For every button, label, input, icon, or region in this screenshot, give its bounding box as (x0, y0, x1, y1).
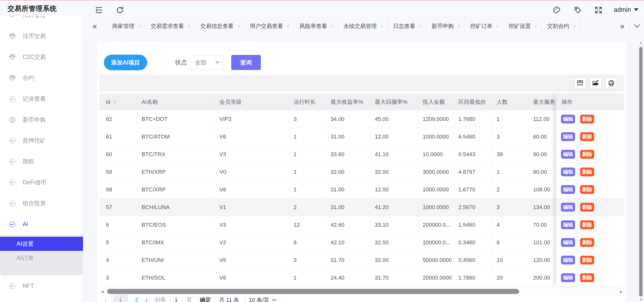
scroll-right-arrow-icon[interactable]: ▶ (618, 290, 624, 293)
print-button[interactable] (606, 77, 617, 89)
sort-icon[interactable] (113, 99, 116, 105)
tab-close-icon[interactable]: × (237, 23, 240, 29)
sidebar-item[interactable]: 记录查看 (0, 88, 83, 109)
edit-button[interactable]: 编辑 (561, 150, 575, 159)
tab[interactable]: 商家管理× (107, 16, 145, 37)
fullscreen-button[interactable] (594, 6, 603, 14)
tab-close-icon[interactable]: × (381, 23, 383, 29)
edit-button[interactable]: 编辑 (561, 273, 575, 282)
tab[interactable]: 交易信息查看× (195, 16, 244, 37)
sidebar-item[interactable]: 合约 (0, 68, 83, 88)
edit-button[interactable]: 编辑 (561, 238, 575, 247)
edit-button[interactable]: 编辑 (561, 132, 575, 141)
tab-close-icon[interactable]: × (287, 23, 290, 29)
table-row[interactable]: 6BTC/EOSV31242.6033.10200000.0...1.54604… (99, 216, 624, 234)
prev-page-button[interactable]: ‹ (104, 296, 107, 302)
edit-button[interactable]: 编辑 (561, 167, 575, 176)
edit-button[interactable]: 编辑 (561, 256, 575, 264)
table-cell: 42.60 (327, 216, 371, 233)
column-header: 最大回撤率% (371, 93, 419, 110)
delete-button[interactable]: 删除 (580, 203, 594, 212)
tabs-scroll-right-button[interactable]: » (615, 16, 629, 37)
table-cell: 1.7680 (454, 110, 493, 128)
tab-close-icon[interactable]: × (138, 23, 141, 29)
tab-close-icon[interactable]: × (331, 23, 334, 29)
tab[interactable]: 日志查看× (388, 16, 426, 37)
page-jump-input[interactable] (170, 294, 182, 302)
delete-button[interactable]: 删除 (580, 238, 594, 247)
tab-close-icon[interactable]: × (419, 23, 422, 29)
delete-button[interactable]: 删除 (580, 115, 594, 123)
tab-close-icon[interactable]: × (496, 23, 499, 29)
tab-close-icon[interactable]: × (535, 23, 537, 29)
tab[interactable]: 永续交易管理× (338, 16, 388, 37)
tab-close-icon[interactable]: × (573, 23, 576, 29)
page-size-select[interactable]: 10 条/页 (245, 294, 280, 302)
tag-button[interactable] (574, 6, 582, 14)
sidebar-item[interactable]: 币种管理 (0, 16, 83, 26)
tabs-scroll-left-button[interactable]: « (83, 16, 107, 37)
table-row[interactable]: 58BTC/XRPV6131.0012.001000.00001.6770210… (99, 181, 624, 198)
sidebar-subitem[interactable]: AI设置 (0, 237, 83, 251)
query-button[interactable]: 查询 (231, 55, 261, 70)
tab-bar: « 商家管理×交易需求查看×交易信息查看×用户交易查看×风险率查看×永续交易管理… (83, 16, 644, 37)
sidebar-item[interactable]: NFT (0, 276, 83, 296)
tabs-dropdown-button[interactable] (629, 16, 644, 37)
column-header[interactable]: id (99, 93, 138, 110)
tab[interactable]: 风险率查看× (294, 16, 338, 37)
delete-button[interactable]: 删除 (580, 167, 594, 176)
collapse-sidebar-button[interactable] (95, 6, 103, 14)
edit-button[interactable]: 编辑 (561, 185, 575, 194)
tab[interactable]: 用户交易查看× (244, 16, 294, 37)
delete-button[interactable]: 删除 (580, 273, 594, 282)
add-ai-project-button[interactable]: 添加AI项目 (104, 55, 147, 70)
edit-button[interactable]: 编辑 (561, 115, 575, 123)
admin-menu[interactable]: admin (614, 6, 638, 13)
edit-button[interactable]: 编辑 (561, 203, 575, 212)
confirm-button[interactable]: 确定 (198, 294, 213, 302)
sidebar-item[interactable]: 组合投资 (0, 193, 83, 214)
sidebar-item[interactable]: DeFi借币 (0, 172, 83, 193)
sidebar-item[interactable]: 法币交易 (0, 26, 83, 47)
tab[interactable]: 交割合约× (542, 16, 580, 37)
tab[interactable]: 交易需求查看× (145, 16, 195, 37)
sidebar-item[interactable]: C2C交易 (0, 47, 83, 68)
table-row[interactable]: 61BTC/ATOMV6131.0012.001000.00006.546036… (99, 128, 624, 146)
refresh-button[interactable] (116, 6, 124, 14)
page-2-button[interactable]: 2 (135, 297, 138, 302)
tab[interactable]: 挖矿设置× (503, 16, 542, 37)
table-row[interactable]: 59ETH/XRPV0132.0032.003000.00004.8797180… (99, 163, 624, 181)
table-row[interactable]: 60BTC/TRXV3133.6041.1010.00000.54433990.… (99, 146, 624, 163)
delete-button[interactable]: 删除 (580, 220, 594, 229)
tab-close-icon[interactable]: × (458, 23, 460, 29)
table-row[interactable]: 5BTC/IMXV2642.1032.50100000.0...0.346061… (99, 234, 624, 251)
vertical-scroll-thumb[interactable] (639, 47, 642, 296)
scroll-up-arrow-icon[interactable]: ▲ (638, 41, 644, 45)
page-1-button[interactable]: 1 (113, 294, 128, 302)
sidebar-item[interactable]: 期权 (0, 151, 83, 172)
tab-close-icon[interactable]: × (188, 23, 190, 29)
sidebar-subitem[interactable]: AI订单 (0, 251, 83, 265)
vertical-scrollbar[interactable]: ▲ ▼ (638, 40, 644, 302)
edit-button[interactable]: 编辑 (561, 220, 575, 229)
column-settings-button[interactable] (574, 77, 586, 89)
delete-button[interactable]: 删除 (580, 185, 594, 194)
table-row[interactable]: 62BTC+DOTVIP3334.0045.001209.00001.76801… (99, 110, 624, 128)
tab[interactable]: 新币申购× (426, 16, 465, 37)
sidebar-item[interactable]: AI (0, 214, 83, 235)
sidebar-item[interactable]: 质押挖矿 (0, 130, 83, 151)
scroll-down-arrow-icon[interactable]: ▼ (638, 298, 644, 301)
table-row[interactable]: 4ETH/UNIV5331.7032.0050000.00000.4560101… (99, 251, 624, 269)
table-row[interactable]: 57BCH/LUNAV1231.0041.201000.00002.567031… (99, 198, 624, 216)
table-row[interactable]: 3ETH/SOLV6124.4031.7020000.00001.7860202… (99, 269, 624, 287)
delete-button[interactable]: 删除 (580, 256, 594, 264)
tab[interactable]: 挖矿订单× (465, 16, 503, 37)
sidebar-item[interactable]: $新币申购 (0, 109, 83, 130)
collapse-icon (95, 6, 103, 14)
delete-button[interactable]: 删除 (580, 150, 594, 159)
status-select[interactable]: 全部 (191, 55, 224, 70)
theme-palette-button[interactable] (552, 6, 561, 14)
delete-button[interactable]: 删除 (580, 132, 594, 141)
next-page-button[interactable]: › (145, 296, 148, 302)
export-button[interactable] (590, 77, 601, 89)
